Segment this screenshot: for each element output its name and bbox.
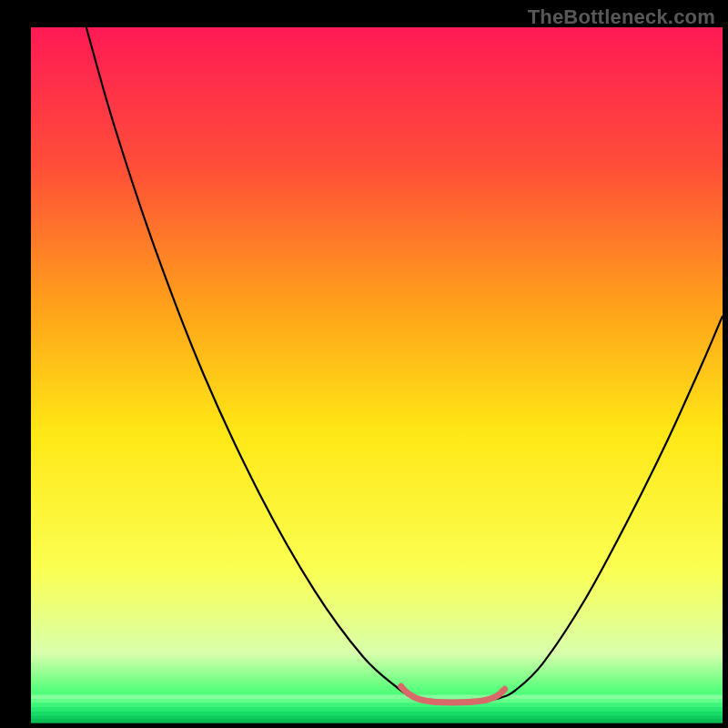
svg-rect-3 [31, 707, 723, 712]
bottleneck-chart [0, 0, 728, 728]
green-band-group [31, 694, 723, 723]
svg-rect-1 [31, 699, 723, 703]
svg-rect-0 [31, 694, 723, 699]
svg-rect-4 [31, 712, 723, 716]
plot-background [31, 27, 723, 723]
svg-rect-2 [31, 703, 723, 708]
chart-frame: TheBottleneck.com [0, 0, 728, 728]
svg-rect-6 [31, 719, 723, 723]
watermark-text: TheBottleneck.com [528, 5, 715, 29]
